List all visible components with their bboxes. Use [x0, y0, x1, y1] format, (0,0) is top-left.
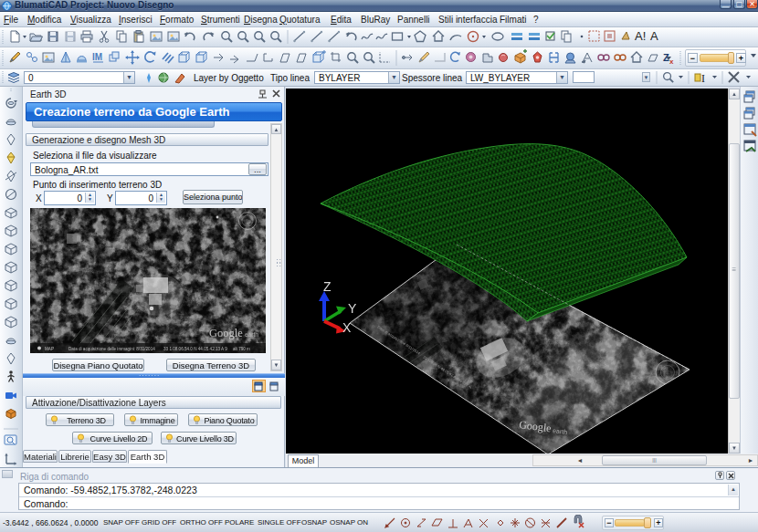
- svg-text:X: X: [342, 320, 352, 335]
- svg-text:Data di acquisizione delle imm: Data di acquisizione delle immagini: 8/3…: [68, 347, 155, 351]
- svg-text:Z: Z: [323, 279, 332, 294]
- svg-text:Google: Google: [209, 327, 243, 339]
- svg-text:I: I: [701, 72, 705, 85]
- svg-text:earth: earth: [245, 331, 258, 338]
- svg-text:33 1.08.06.54.0 N 44.05.42.13: 33 1.08.06.54.0 N 44.05.42.13 A 9: [163, 347, 227, 351]
- svg-text:MAP: MAP: [45, 347, 54, 351]
- svg-text:A!: A!: [635, 29, 646, 43]
- svg-text:Y: Y: [348, 301, 357, 316]
- svg-text:alt 790 m: alt 790 m: [233, 347, 250, 351]
- svg-text:IM: IM: [92, 52, 102, 62]
- svg-text:x: x: [669, 57, 674, 66]
- svg-text:A: A: [650, 29, 658, 43]
